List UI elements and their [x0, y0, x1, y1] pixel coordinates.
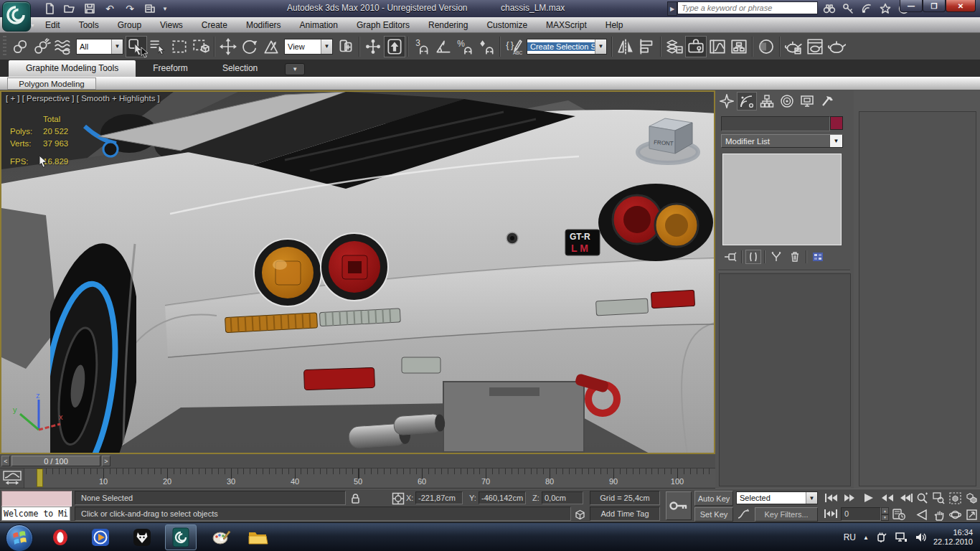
select-object-button[interactable] [126, 36, 147, 57]
x-coord-field[interactable]: -221,87cm [415, 491, 463, 504]
configure-modifier-sets-icon[interactable] [810, 250, 826, 264]
close-button[interactable]: ✕ [946, 0, 976, 12]
set-key-button[interactable]: Set Key [694, 507, 733, 522]
rendered-frame-window-icon[interactable] [804, 36, 826, 57]
tab-motion-icon[interactable] [777, 92, 797, 110]
track-bar[interactable]: 0 10 20 30 40 50 60 70 80 90 100 [0, 468, 715, 489]
rectangular-selection-region-icon[interactable] [169, 36, 190, 57]
graphite-modeling-ribbon-toggle[interactable] [685, 36, 707, 57]
schematic-view-icon[interactable] [728, 36, 750, 57]
go-to-start-icon[interactable] [822, 491, 841, 505]
menu-help[interactable]: Help [596, 17, 633, 33]
communication-center-icon[interactable] [859, 1, 875, 16]
modifier-list-dropdown[interactable]: Modifier List ▼ [721, 134, 843, 148]
named-selection-sets-dropdown[interactable]: Create Selection Se▼ [527, 39, 607, 55]
selection-lock-icon[interactable] [350, 493, 361, 504]
keyboard-shortcut-override-button[interactable] [384, 36, 405, 57]
select-and-manipulate-icon[interactable] [362, 36, 384, 57]
make-unique-icon[interactable] [768, 250, 784, 264]
orbit-icon[interactable] [947, 507, 963, 522]
ribbon-tab-selection[interactable]: Selection [205, 60, 275, 77]
search-expand-icon[interactable]: ▶ [667, 1, 677, 16]
select-and-scale-icon[interactable] [260, 36, 282, 57]
object-color-swatch[interactable] [830, 116, 843, 130]
show-end-result-icon[interactable] [745, 250, 761, 264]
snaps-toggle-icon[interactable]: 3 [411, 36, 433, 57]
menu-modifiers[interactable]: Modifiers [237, 17, 291, 33]
dropdown-arrow-icon[interactable]: ▼ [806, 492, 817, 504]
new-file-button[interactable] [42, 1, 57, 16]
menu-maxscript[interactable]: MAXScript [537, 17, 596, 33]
pan-hand-icon[interactable] [930, 507, 947, 522]
key-mode-dropdown[interactable]: Selected▼ [736, 491, 818, 504]
render-setup-icon[interactable] [783, 36, 804, 57]
material-editor-icon[interactable] [755, 36, 777, 57]
maxscript-mini-listener-top[interactable] [1, 491, 72, 507]
isolate-cube-icon[interactable] [574, 509, 586, 521]
reference-coordinate-dropdown[interactable]: View▼ [284, 39, 333, 55]
taskbar-explorer-icon[interactable] [242, 524, 274, 550]
zoom-extents-all-icon[interactable] [963, 491, 980, 505]
subscription-key-icon[interactable] [840, 1, 856, 16]
tray-expand-icon[interactable]: ▲ [863, 534, 869, 541]
start-button[interactable] [6, 524, 33, 551]
select-and-move-icon[interactable] [217, 36, 239, 57]
layer-manager-icon[interactable] [664, 36, 685, 57]
maxscript-mini-listener[interactable]: Welcome to Mi [1, 507, 70, 521]
pin-stack-icon[interactable] [722, 250, 738, 264]
search-binoculars-icon[interactable] [821, 1, 837, 16]
menu-rendering[interactable]: Rendering [419, 17, 477, 33]
auto-key-button[interactable]: Auto Key [694, 491, 733, 506]
zoom-all-icon[interactable] [930, 491, 947, 505]
taskbar-paint-icon[interactable] [205, 524, 237, 550]
power-plug-icon[interactable] [876, 532, 887, 543]
open-file-button[interactable] [62, 1, 77, 16]
taskbar-foobar-icon[interactable] [126, 524, 158, 550]
next-frame-icon[interactable] [878, 491, 897, 505]
search-input[interactable] [677, 1, 818, 14]
track-bar-ruler[interactable]: 0 10 20 30 40 50 60 70 80 90 100 [24, 468, 715, 488]
taskbar-mediaplayer-icon[interactable] [85, 524, 116, 550]
favorites-star-icon[interactable] [877, 1, 893, 16]
perspective-viewport[interactable]: GT-R L M [0, 90, 715, 454]
menu-tools[interactable]: Tools [70, 17, 108, 33]
bind-to-space-warp-icon[interactable] [52, 36, 74, 57]
spinner-snap-toggle-icon[interactable] [476, 36, 497, 57]
key-filters-button[interactable]: Key Filters... [755, 507, 818, 522]
restore-button[interactable]: ❐ [923, 0, 946, 12]
viewport-label[interactable]: [ + ] [ Perspective ] [ Smooth + Highlig… [6, 94, 160, 103]
menu-create[interactable]: Create [192, 17, 237, 33]
taskbar-opera-icon[interactable] [44, 524, 76, 550]
dropdown-arrow-icon[interactable]: ▼ [111, 39, 123, 54]
ribbon-tab-graphite[interactable]: Graphite Modeling Tools [9, 60, 136, 77]
play-button-icon[interactable] [859, 491, 878, 505]
percent-snap-toggle-icon[interactable]: % [454, 36, 476, 57]
minimize-button[interactable]: — [900, 0, 923, 12]
current-frame-field[interactable]: 0 [841, 507, 881, 521]
object-name-field[interactable] [721, 116, 830, 131]
menu-graph-editors[interactable]: Graph Editors [347, 17, 419, 33]
absolute-mode-toggle-icon[interactable] [392, 492, 405, 505]
dropdown-arrow-icon[interactable]: ▼ [595, 39, 606, 54]
ribbon-minimize-arrow-icon[interactable]: ▼ [285, 63, 305, 75]
polygon-modeling-panel-label[interactable]: Polygon Modeling [7, 77, 96, 90]
menu-group[interactable]: Group [108, 17, 151, 33]
tab-create-icon[interactable] [717, 92, 737, 110]
modifier-stack-list[interactable] [722, 154, 842, 245]
menu-customize[interactable]: Customize [477, 17, 537, 33]
taskbar-clock[interactable]: 16:34 22.12.2010 [933, 528, 977, 547]
edit-named-selection-sets-icon[interactable]: {}ABC [503, 36, 524, 57]
select-and-rotate-icon[interactable] [239, 36, 260, 57]
menu-views[interactable]: Views [151, 17, 192, 33]
z-coord-field[interactable]: 0,0cm [542, 491, 583, 504]
app-menu-arrow-icon[interactable]: ▼ [30, 23, 35, 28]
render-production-icon[interactable] [826, 36, 847, 57]
window-crossing-toggle-icon[interactable] [190, 36, 212, 57]
ribbon-tab-freeform[interactable]: Freeform [136, 60, 205, 77]
maximize-viewport-toggle-icon[interactable] [963, 507, 980, 522]
default-tangent-icon[interactable] [738, 509, 750, 520]
rollout-area[interactable] [719, 273, 851, 486]
previous-frame-arrow[interactable]: < [1, 456, 10, 466]
current-frame-marker[interactable] [37, 468, 43, 487]
application-menu-logo[interactable] [2, 1, 31, 32]
